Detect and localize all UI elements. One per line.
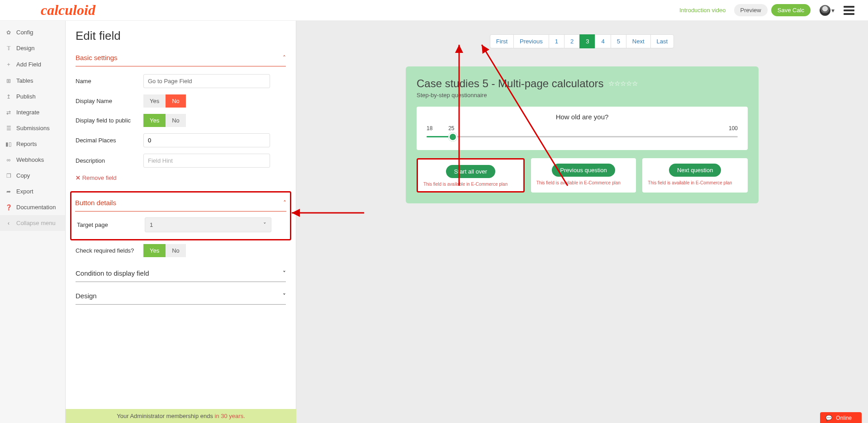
question-box: How old are you? 18 25 100 <box>417 107 748 150</box>
section-condition[interactable]: Condition to display field ˅ <box>76 265 286 282</box>
sidebar-item-design[interactable]: 𝕋Design <box>0 40 65 56</box>
target-page-select[interactable]: 1 ˅ <box>145 217 271 232</box>
prev-question-button[interactable]: Previous question <box>552 164 615 177</box>
prev-question-card: Previous question This field is availabl… <box>531 158 636 193</box>
decimal-input[interactable] <box>143 133 270 147</box>
app-header: calculoid Introduction video Preview Sav… <box>0 0 868 21</box>
export-icon: ➦ <box>5 188 12 195</box>
page-4[interactable]: 4 <box>595 34 611 48</box>
annotation-arrow-1 <box>287 188 369 238</box>
upload-icon: ↥ <box>5 94 12 100</box>
page-2[interactable]: 2 <box>564 34 580 48</box>
list-icon: ☰ <box>5 125 12 132</box>
gear-icon: ✿ <box>5 29 12 36</box>
label-target-page: Target page <box>77 221 145 228</box>
preview-button[interactable]: Preview <box>734 4 768 16</box>
description-input[interactable] <box>143 154 270 168</box>
plan-note: This field is available in E-Commerce pl… <box>422 182 520 187</box>
pagination: First Previous 1 2 3 4 5 Next Last <box>406 34 759 48</box>
chevron-down-icon: ˅ <box>263 221 266 228</box>
highlight-button-details: Button details ˄ Target page 1 ˅ <box>70 191 291 240</box>
integrate-icon: ⇄ <box>5 109 12 116</box>
label-description: Description <box>76 157 143 164</box>
panel-title: Edit field <box>76 29 286 43</box>
sidebar-item-collapse[interactable]: ‹Collapse menu <box>0 215 65 231</box>
chat-widget[interactable]: 💬 Online <box>820 412 862 423</box>
page-3[interactable]: 3 <box>579 34 595 48</box>
preview-area: First Previous 1 2 3 4 5 Next Last Case … <box>296 21 868 423</box>
membership-bar: Your Administrator membership ends in 30… <box>66 409 296 423</box>
page-next[interactable]: Next <box>626 34 651 48</box>
chevron-left-icon: ‹ <box>5 220 12 226</box>
section-basic-settings[interactable]: Basic settings ˄ <box>76 49 286 66</box>
save-calc-button[interactable]: Save Calc <box>771 4 811 16</box>
sidebar-item-config[interactable]: ✿Config <box>0 24 65 40</box>
chart-icon: ▮▯ <box>5 141 12 147</box>
label-decimal: Decimal Places <box>76 137 143 144</box>
sidebar: ✿Config 𝕋Design ＋Add Field ⊞Tables ↥Publ… <box>0 21 66 423</box>
caret-down-icon: ▾ <box>831 7 835 14</box>
sidebar-item-reports[interactable]: ▮▯Reports <box>0 136 65 152</box>
name-input[interactable] <box>143 74 270 88</box>
edit-field-panel: Edit field Basic settings ˄ Name Display… <box>66 21 296 423</box>
page-first[interactable]: First <box>490 34 514 48</box>
start-over-card: Start all over This field is available i… <box>417 158 525 193</box>
sidebar-item-integrate[interactable]: ⇄Integrate <box>0 104 65 120</box>
label-check-required: Check required fields? <box>76 247 143 254</box>
sidebar-item-copy[interactable]: ❐Copy <box>0 168 65 183</box>
chat-icon: 💬 <box>825 415 832 421</box>
chevron-down-icon: ˅ <box>283 270 286 277</box>
display-name-yes[interactable]: Yes <box>143 94 166 108</box>
calculator-card: Case studies 5 - Multi-page calculators … <box>406 66 759 203</box>
sidebar-item-tables[interactable]: ⊞Tables <box>0 73 65 89</box>
section-design[interactable]: Design ˅ <box>76 287 286 305</box>
chevron-up-icon: ˄ <box>283 199 286 207</box>
label-display-public: Display field to public <box>76 117 143 124</box>
page-1[interactable]: 1 <box>549 34 564 48</box>
display-name-no[interactable]: No <box>166 94 186 108</box>
logo: calculoid <box>41 2 95 19</box>
display-public-no[interactable]: No <box>166 114 186 127</box>
chevron-down-icon: ˅ <box>283 292 286 300</box>
calc-subtitle: Step-by-step questionnaire <box>417 92 748 99</box>
table-icon: ⊞ <box>5 78 12 84</box>
user-avatar[interactable] <box>820 5 830 16</box>
calc-title: Case studies 5 - Multi-page calculators … <box>417 77 748 90</box>
question-text: How old are you? <box>425 113 740 121</box>
check-required-no[interactable]: No <box>166 244 186 257</box>
design-icon: 𝕋 <box>5 45 12 52</box>
sidebar-item-submissions[interactable]: ☰Submissions <box>0 120 65 136</box>
page-last[interactable]: Last <box>650 34 674 48</box>
sidebar-item-webhooks[interactable]: ∞Webhooks <box>0 152 65 168</box>
slider-min-label: 18 <box>427 125 432 132</box>
start-over-button[interactable]: Start all over <box>446 165 495 178</box>
next-question-card: Next question This field is available in… <box>642 158 748 193</box>
plan-note: This field is available in E-Commerce pl… <box>646 180 744 185</box>
intro-video-link[interactable]: Introduction video <box>679 7 726 14</box>
plus-icon: ＋ <box>5 61 12 68</box>
label-display-name: Display Name <box>76 98 143 104</box>
age-slider[interactable] <box>427 136 738 137</box>
slider-thumb[interactable] <box>448 132 457 141</box>
slider-max-label: 100 <box>729 125 738 132</box>
remove-field-link[interactable]: Remove field <box>76 171 286 185</box>
label-name: Name <box>76 78 143 85</box>
sidebar-item-add-field[interactable]: ＋Add Field <box>0 56 65 73</box>
copy-icon: ❐ <box>5 173 12 179</box>
next-question-button[interactable]: Next question <box>669 164 721 177</box>
sidebar-item-documentation[interactable]: ❓Documentation <box>0 199 65 215</box>
page-5[interactable]: 5 <box>611 34 626 48</box>
menu-icon[interactable] <box>844 6 854 15</box>
chevron-up-icon: ˄ <box>283 54 286 61</box>
page-previous[interactable]: Previous <box>513 34 549 48</box>
sidebar-item-publish[interactable]: ↥Publish <box>0 89 65 104</box>
plan-note: This field is available in E-Commerce pl… <box>535 180 633 185</box>
sidebar-item-export[interactable]: ➦Export <box>0 183 65 199</box>
webhook-icon: ∞ <box>5 157 12 163</box>
display-public-yes[interactable]: Yes <box>143 114 166 127</box>
slider-value-label: 25 <box>448 125 454 132</box>
star-rating[interactable]: ☆☆☆☆☆ <box>608 80 638 88</box>
check-required-yes[interactable]: Yes <box>143 244 166 257</box>
help-icon: ❓ <box>5 204 12 211</box>
section-button-details[interactable]: Button details ˄ <box>75 194 286 212</box>
